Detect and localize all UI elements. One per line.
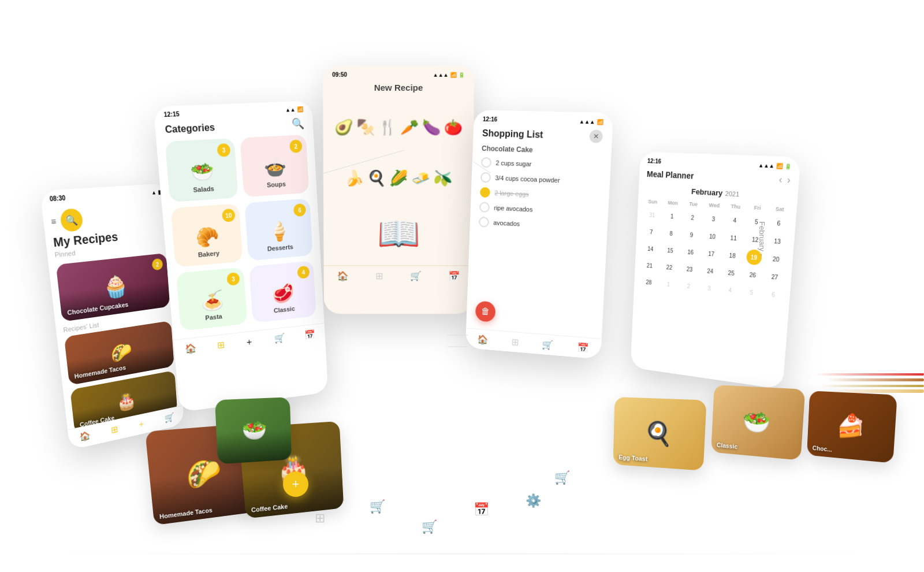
screen-new-recipe: 09:50 ▲▲▲ 📶 🔋 New Recipe 🥑 🍢 🍴 🥕 🍆 🍅 🍌 🍳… [323, 66, 474, 314]
olive-icon: 🫒 [433, 169, 452, 187]
nr-nav-categories[interactable]: ⊞ [375, 270, 383, 281]
nr-nav-home[interactable]: 🏠 [337, 270, 349, 281]
check-1[interactable] [481, 157, 491, 168]
search-button[interactable]: 🔍 [59, 208, 84, 232]
signal-cal: ▲▲▲ [758, 162, 775, 169]
cal-day-2[interactable]: 2 [685, 210, 700, 226]
nav-icon-shopping[interactable]: 🛒 [370, 499, 385, 514]
cal-day-28[interactable]: 28 [642, 274, 656, 290]
cal-day-6[interactable]: 6 [770, 215, 787, 232]
cal-day-15[interactable]: 15 [663, 243, 678, 258]
cal-day-m6[interactable]: 6 [765, 286, 782, 303]
cal-day-25[interactable]: 25 [724, 265, 739, 281]
cal-day-4[interactable]: 4 [726, 212, 743, 228]
cal-day-18[interactable]: 18 [725, 247, 740, 263]
cal-prev[interactable]: ‹ [778, 174, 783, 185]
cal-day-20[interactable]: 20 [767, 251, 784, 268]
category-pasta[interactable]: 3 🍝 Pasta [176, 267, 247, 331]
cal-day-11[interactable]: 11 [726, 230, 742, 246]
recipe-card-cupcakes[interactable]: 🧁 2 Chocolate Cupcakes [56, 253, 170, 322]
cal-day-27[interactable]: 27 [766, 269, 783, 285]
calendar-month: February [691, 187, 723, 198]
nav-icon-categories[interactable]: ⊞ [315, 511, 325, 526]
close-button-shopping[interactable]: ✕ [589, 129, 603, 143]
cal-day-m5[interactable]: 5 [743, 284, 759, 301]
cal-day-17[interactable]: 17 [703, 246, 719, 262]
nav-home[interactable]: 🏠 [79, 430, 91, 444]
nav-icon-calendar[interactable]: 📅 [474, 502, 489, 517]
cal-day-m3[interactable]: 3 [702, 280, 717, 296]
category-classic[interactable]: 4 🥩 Classic [249, 261, 316, 323]
shopping-item-3[interactable]: 2 large eggs [480, 187, 600, 203]
category-salads[interactable]: 3 🥗 Salads [165, 138, 238, 202]
bakery-badge: 10 [222, 209, 236, 222]
shopping-item-4[interactable]: ripe avocados [479, 202, 599, 218]
stripe-3 [826, 378, 924, 381]
nav-icon-shopping3[interactable]: 🛒 [554, 470, 570, 485]
nav-icon-fork[interactable]: ⚙️ [526, 493, 541, 508]
cal-day-7[interactable]: 7 [644, 224, 658, 240]
meal-photo-egg-toast[interactable]: 🍳 Egg Toast [613, 397, 707, 471]
nav-categories[interactable]: ⊞ [110, 424, 118, 437]
banana-icon: 🍌 [345, 169, 363, 187]
corn-icon: 🌽 [389, 169, 408, 187]
cal-day-3[interactable]: 3 [706, 211, 721, 227]
sl-nav-calendar[interactable]: 📅 [577, 342, 589, 354]
cat-nav-categories[interactable]: ⊞ [217, 339, 225, 352]
add-recipe-button[interactable]: + [283, 471, 308, 497]
cat-nav-shopping[interactable]: 🛒 [274, 332, 285, 345]
check-3[interactable] [480, 187, 490, 198]
category-soups[interactable]: 2 🍲 Soups [240, 135, 309, 197]
cal-day-13[interactable]: 13 [769, 233, 786, 250]
cal-day-31[interactable]: 31 [645, 207, 660, 222]
cal-day-26[interactable]: 26 [744, 266, 761, 283]
time-calendar: 12:16 [647, 158, 661, 165]
bottom-card-salad-small[interactable]: 🥗 [215, 397, 292, 464]
check-5[interactable] [479, 217, 489, 228]
check-2[interactable] [480, 172, 491, 183]
day-header-wed: Wed [704, 200, 725, 210]
cal-day-23[interactable]: 23 [682, 261, 697, 277]
cal-day-21[interactable]: 21 [642, 258, 657, 273]
shopping-title: Shopping List [482, 128, 543, 140]
category-bakery[interactable]: 10 🥐 Bakery [170, 203, 243, 268]
cal-next[interactable]: › [787, 174, 791, 185]
signal-nr: ▲▲▲ [433, 72, 449, 77]
nav-shopping[interactable]: 🛒 [164, 412, 174, 425]
meal-photo-classic[interactable]: 🥗 Classic [711, 385, 805, 460]
avocado-icon: 🥑 [334, 118, 353, 136]
cal-day-10[interactable]: 10 [705, 228, 720, 244]
nr-nav-calendar[interactable]: 📅 [448, 270, 460, 281]
cal-day-m2[interactable]: 2 [681, 278, 696, 294]
cal-day-24[interactable]: 24 [702, 263, 718, 279]
nav-add[interactable]: ＋ [137, 418, 146, 430]
cat-nav-add[interactable]: ＋ [245, 336, 255, 348]
nr-nav-shopping[interactable]: 🛒 [410, 270, 422, 281]
cal-day-8[interactable]: 8 [664, 225, 679, 241]
shopping-item-1[interactable]: 2 cups sugar [481, 157, 601, 172]
fork-icon: 🍴 [378, 118, 397, 136]
nav-icon-shopping2[interactable]: 🛒 [422, 519, 437, 534]
filter-icon[interactable]: ≡ [50, 216, 57, 226]
cal-day-m1[interactable]: 1 [661, 276, 676, 292]
cal-day-1[interactable]: 1 [665, 208, 680, 224]
cat-nav-calendar[interactable]: 📅 [304, 329, 316, 341]
cal-day-22[interactable]: 22 [662, 259, 676, 275]
delete-button[interactable]: 🗑 [475, 300, 496, 322]
day-header-sat: Sat [769, 205, 791, 214]
eggplant-icon: 🍆 [422, 118, 441, 136]
cal-day-16[interactable]: 16 [683, 244, 698, 260]
shopping-item-2[interactable]: 3/4 cups cocoa powder [480, 172, 601, 187]
cal-day-m4[interactable]: 4 [722, 282, 738, 298]
shopping-item-5[interactable]: avocados [479, 217, 598, 233]
search-icon-cat[interactable]: 🔍 [291, 117, 304, 130]
cal-day-9[interactable]: 9 [684, 227, 699, 243]
meal-photo-choc[interactable]: 🍰 Choc... [807, 391, 897, 463]
sl-nav-categories[interactable]: ⊞ [511, 336, 519, 347]
category-desserts[interactable]: 6 🍦 Desserts [244, 198, 312, 261]
cal-day-14[interactable]: 14 [643, 241, 658, 257]
cat-nav-home[interactable]: 🏠 [184, 343, 197, 356]
check-4[interactable] [479, 202, 490, 213]
sl-nav-shopping[interactable]: 🛒 [542, 339, 554, 351]
sl-nav-home[interactable]: 🏠 [477, 334, 489, 346]
